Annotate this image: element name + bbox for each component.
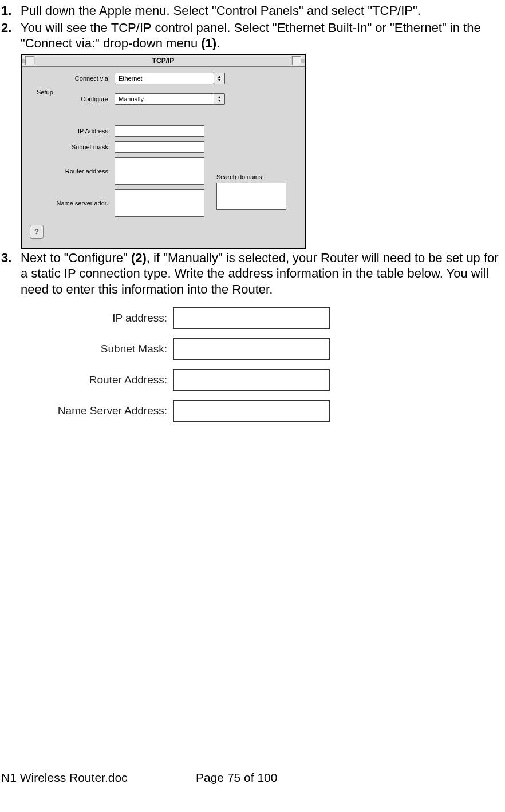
window-title: TCP/IP xyxy=(34,57,292,65)
configure-value: Manually xyxy=(115,93,214,105)
step-1: 1. Pull down the Apple menu. Select "Con… xyxy=(1,3,504,19)
connect-via-value: Ethernet xyxy=(115,73,214,84)
form-ip-input[interactable] xyxy=(173,307,330,329)
step-number: 2. xyxy=(1,20,21,52)
step-number: 1. xyxy=(1,3,21,19)
instruction-list: 1. Pull down the Apple menu. Select "Con… xyxy=(1,3,504,52)
ip-address-row: IP Address: xyxy=(30,125,297,137)
step-text: You will see the TCP/IP control panel. S… xyxy=(21,20,504,52)
help-icon[interactable]: ? xyxy=(30,225,44,239)
form-subnet-label: Subnet Mask: xyxy=(47,343,173,355)
window-body: Connect via: Ethernet ▴▾ Setup Configure… xyxy=(22,67,305,248)
connect-via-row: Connect via: Ethernet ▴▾ xyxy=(30,73,297,84)
form-router-input[interactable] xyxy=(173,369,330,391)
subnet-label: Subnet mask: xyxy=(30,144,115,150)
ip-address-label: IP Address: xyxy=(30,128,115,134)
form-ns-label: Name Server Address: xyxy=(47,405,173,417)
subnet-input[interactable] xyxy=(115,141,204,153)
step-3: 3. Next to "Configure" (2), if "Manually… xyxy=(1,250,504,298)
dropdown-arrows-icon: ▴▾ xyxy=(214,93,225,105)
configure-dropdown[interactable]: Manually ▴▾ xyxy=(115,93,225,105)
nameserver-label: Name server addr.: xyxy=(30,200,115,207)
window-titlebar: TCP/IP xyxy=(22,55,305,67)
step-2: 2. You will see the TCP/IP control panel… xyxy=(1,20,504,52)
connect-via-dropdown[interactable]: Ethernet ▴▾ xyxy=(115,73,225,84)
setup-legend: Setup xyxy=(34,89,56,96)
step-text: Pull down the Apple menu. Select "Contro… xyxy=(21,3,504,19)
router-label: Router address: xyxy=(30,168,115,175)
address-form: IP address: Subnet Mask: Router Address:… xyxy=(47,307,504,422)
router-input[interactable] xyxy=(115,157,204,185)
step-number: 3. xyxy=(1,250,21,298)
form-subnet-input[interactable] xyxy=(173,338,330,360)
form-subnet-row: Subnet Mask: xyxy=(47,338,504,360)
form-ip-row: IP address: xyxy=(47,307,504,329)
search-domains-label: Search domains: xyxy=(216,173,286,180)
search-domains-input[interactable] xyxy=(216,183,286,210)
configure-label: Configure: xyxy=(30,96,115,102)
step-text: Next to "Configure" (2), if "Manually" i… xyxy=(21,250,504,298)
tcpip-panel-screenshot: TCP/IP Connect via: Ethernet ▴▾ Setup Co… xyxy=(21,54,504,249)
nameserver-input[interactable] xyxy=(115,189,204,217)
form-ip-label: IP address: xyxy=(47,312,173,324)
footer-page: Page 75 of 100 xyxy=(196,771,503,785)
search-domains-block: Search domains: xyxy=(216,173,286,210)
subnet-row: Subnet mask: xyxy=(30,141,297,153)
footer-filename: N1 Wireless Router.doc xyxy=(1,771,196,785)
zoom-icon[interactable] xyxy=(292,56,301,65)
ip-address-input[interactable] xyxy=(115,125,204,137)
page-footer: N1 Wireless Router.doc Page 75 of 100 xyxy=(1,771,503,785)
instruction-list-cont: 3. Next to "Configure" (2), if "Manually… xyxy=(1,250,504,298)
configure-row: Configure: Manually ▴▾ xyxy=(30,93,297,105)
connect-via-label: Connect via: xyxy=(30,75,115,82)
tcpip-window: TCP/IP Connect via: Ethernet ▴▾ Setup Co… xyxy=(21,54,306,249)
form-ns-row: Name Server Address: xyxy=(47,400,504,422)
form-ns-input[interactable] xyxy=(173,400,330,422)
document-page: 1. Pull down the Apple menu. Select "Con… xyxy=(0,0,505,812)
form-router-row: Router Address: xyxy=(47,369,504,391)
close-icon[interactable] xyxy=(25,56,34,65)
dropdown-arrows-icon: ▴▾ xyxy=(214,73,225,84)
form-router-label: Router Address: xyxy=(47,374,173,386)
